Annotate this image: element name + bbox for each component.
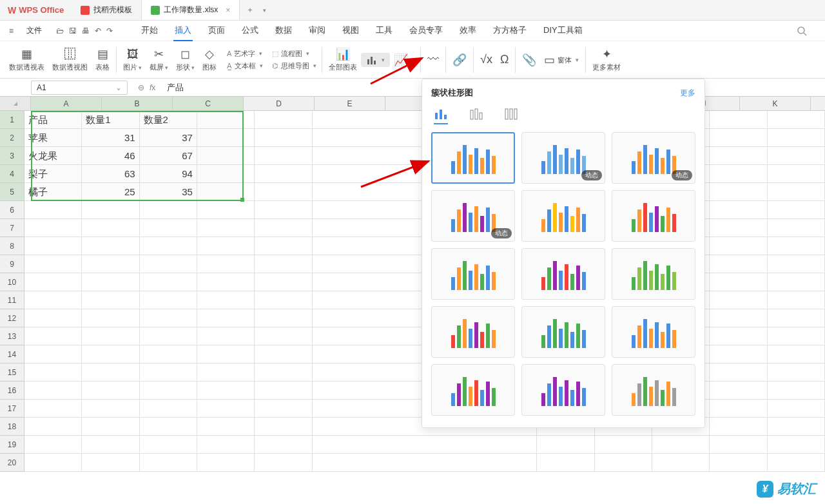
cell[interactable] <box>255 255 312 273</box>
row-header[interactable]: 10 <box>0 273 24 291</box>
cell[interactable]: 94 <box>140 165 197 183</box>
cell[interactable] <box>768 111 825 129</box>
cell[interactable] <box>710 327 767 345</box>
tab-template[interactable]: 找稻壳模板 <box>72 0 142 20</box>
chart-thumbnail[interactable] <box>431 132 515 184</box>
cell[interactable] <box>197 201 255 219</box>
cell[interactable] <box>24 345 82 363</box>
row-header[interactable]: 2 <box>0 129 24 147</box>
cell[interactable] <box>82 454 139 472</box>
cell[interactable] <box>24 418 82 436</box>
cell[interactable]: 25 <box>82 183 139 201</box>
chart-thumbnail[interactable] <box>431 306 515 358</box>
link-button[interactable]: 🔗 <box>449 53 471 67</box>
cell[interactable] <box>768 418 825 436</box>
cell[interactable]: 产品 <box>24 111 82 129</box>
cell[interactable] <box>82 400 139 418</box>
cell[interactable] <box>140 345 197 363</box>
chart-thumbnail[interactable]: 动态 <box>521 132 605 184</box>
cell[interactable] <box>197 436 255 454</box>
icon-button[interactable]: ◇图标 <box>199 47 220 72</box>
cell[interactable] <box>82 237 139 255</box>
cell[interactable] <box>537 454 594 472</box>
cell[interactable] <box>255 400 312 418</box>
cell[interactable] <box>197 255 255 273</box>
chart-thumbnail[interactable] <box>612 190 695 242</box>
cell[interactable] <box>197 273 255 291</box>
cell[interactable] <box>710 382 767 400</box>
cell[interactable] <box>255 436 312 454</box>
row-header[interactable]: 1 <box>0 111 24 129</box>
sparkline-button[interactable]: 〰 <box>423 53 443 66</box>
cell[interactable] <box>768 382 825 400</box>
screenshot-button[interactable]: ✂截屏▾ <box>146 47 172 72</box>
cell[interactable] <box>768 363 825 382</box>
cell[interactable] <box>710 129 767 147</box>
chart-thumbnail[interactable]: 动态 <box>612 132 695 184</box>
cell[interactable] <box>710 147 767 165</box>
cell[interactable] <box>710 273 767 291</box>
row-header[interactable]: 4 <box>0 165 24 183</box>
cell[interactable] <box>768 237 825 255</box>
cell[interactable] <box>768 273 825 291</box>
cell[interactable] <box>710 111 767 129</box>
col-header-e[interactable]: E <box>315 97 385 110</box>
cell[interactable] <box>255 309 312 327</box>
tab-data[interactable]: 数据 <box>274 21 293 41</box>
cell[interactable] <box>255 327 312 345</box>
cell[interactable] <box>768 400 825 418</box>
cell[interactable] <box>197 291 255 309</box>
cell[interactable] <box>197 327 255 345</box>
col-header-b[interactable]: B <box>102 97 173 110</box>
cell[interactable] <box>82 291 139 309</box>
pivot-chart-button[interactable]: ⿲数据透视图 <box>48 48 92 72</box>
cell[interactable] <box>140 418 197 436</box>
cell[interactable] <box>82 201 139 219</box>
more-link[interactable]: 更多 <box>680 88 695 99</box>
cell[interactable] <box>710 201 767 219</box>
cell[interactable] <box>24 400 82 418</box>
chart-thumbnail[interactable] <box>521 190 605 242</box>
tab-member[interactable]: 会员专享 <box>408 21 444 41</box>
undo-icon[interactable]: ↶ <box>95 26 101 35</box>
cell[interactable] <box>24 363 82 382</box>
cell[interactable] <box>768 436 825 454</box>
picture-button[interactable]: 🖼图片▾ <box>119 48 146 72</box>
cell[interactable]: 31 <box>82 129 139 147</box>
more-material-button[interactable]: ✦更多素材 <box>588 47 625 72</box>
row-header[interactable]: 12 <box>0 309 24 327</box>
symbol-button[interactable]: Ω <box>496 53 512 66</box>
cell[interactable] <box>710 363 767 382</box>
cell[interactable] <box>82 345 139 363</box>
tab-menu-dropdown[interactable]: ▾ <box>263 7 266 14</box>
cell[interactable] <box>313 454 538 472</box>
cell[interactable] <box>768 165 825 183</box>
cell[interactable] <box>710 291 767 309</box>
cell[interactable]: 橘子 <box>24 183 82 201</box>
tab-review[interactable]: 审阅 <box>307 21 327 41</box>
add-tab-button[interactable]: ＋ <box>240 5 260 15</box>
cell[interactable]: 梨子 <box>24 165 82 183</box>
cell[interactable] <box>710 219 767 237</box>
cell[interactable] <box>197 147 255 165</box>
cell[interactable]: 67 <box>140 147 197 165</box>
cell[interactable] <box>255 418 312 436</box>
cell[interactable]: 数量2 <box>140 111 197 129</box>
wordart-button[interactable]: A艺术字▾ <box>224 48 266 59</box>
row-header[interactable]: 19 <box>0 436 24 454</box>
row-header[interactable]: 5 <box>0 183 24 201</box>
chart-thumbnail[interactable] <box>612 306 695 358</box>
cell[interactable] <box>255 273 312 291</box>
select-all-corner[interactable] <box>0 97 31 110</box>
cell[interactable]: 37 <box>140 129 197 147</box>
cell[interactable]: 火龙果 <box>24 147 82 165</box>
row-header[interactable]: 16 <box>0 382 24 400</box>
open-icon[interactable]: 🗁 <box>56 26 64 35</box>
attachment-button[interactable]: 📎 <box>518 53 540 67</box>
cell[interactable] <box>710 165 767 183</box>
cell[interactable] <box>255 345 312 363</box>
row-header[interactable]: 7 <box>0 219 24 237</box>
file-menu[interactable]: 文件 <box>20 24 48 37</box>
cell[interactable] <box>768 291 825 309</box>
cell[interactable] <box>255 382 312 400</box>
